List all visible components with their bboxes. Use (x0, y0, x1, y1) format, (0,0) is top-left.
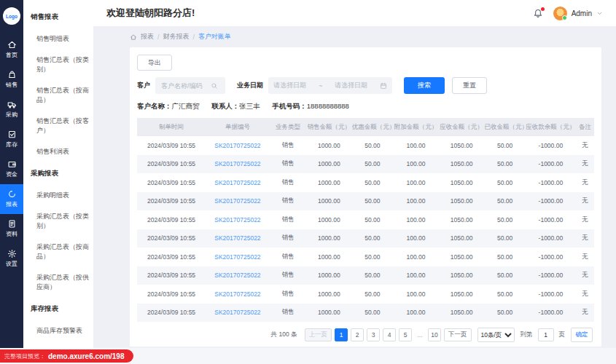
table-cell: 50.00 (484, 285, 525, 304)
sales-bag-icon (7, 70, 17, 79)
reset-button[interactable]: 重置 (452, 77, 487, 94)
document-number-link[interactable]: SK20170725022 (214, 272, 260, 279)
table-cell: 2024/03/09 10:55 (137, 229, 206, 248)
breadcrumb-item[interactable]: 报表 (141, 32, 154, 41)
table-cell: 销售 (270, 136, 306, 155)
menu-item[interactable]: 销售利润表 (23, 141, 93, 162)
menu-item[interactable]: 销售汇总表（按类别） (23, 50, 93, 80)
table-cell: -1000.00 (526, 210, 576, 229)
home-icon[interactable] (130, 33, 137, 41)
rail-item-label: 首页 (6, 51, 17, 59)
page-ellipsis: ... (415, 331, 425, 339)
breadcrumb: 报表/财务报表/客户对账单 (130, 32, 601, 41)
rail-item-设置[interactable]: 设置 (0, 244, 23, 274)
main-area: 欢迎登陆朝阳路分店! Admin (93, 0, 616, 348)
page-button-10[interactable]: 10 (428, 328, 441, 341)
menu-item[interactable]: 采购汇总表（按商品） (23, 237, 93, 267)
table-cell: 100.00 (393, 192, 439, 211)
menu-item[interactable]: 商品库存预警表 (23, 320, 93, 341)
menu-item[interactable]: 销售汇总表（按商品） (23, 80, 93, 111)
document-number-link[interactable]: SK20170725022 (214, 309, 260, 316)
phone-label: 手机号码： (272, 102, 307, 110)
page-button-5[interactable]: 5 (399, 328, 412, 341)
table-cell: 1000.00 (306, 173, 352, 192)
preview-badge[interactable]: 完整项目预览： demo.axure6.com/198 (0, 349, 133, 363)
rail-item-资料[interactable]: 资料 (0, 214, 23, 244)
customer-search-input[interactable] (155, 82, 211, 90)
document-number-link[interactable]: SK20170725022 (214, 253, 260, 261)
table-cell: 50.00 (484, 229, 525, 248)
total-count: 共 100 条 (271, 331, 297, 339)
page-button-1[interactable]: 1 (335, 328, 348, 341)
menu-item[interactable]: 采购明细表 (23, 185, 93, 206)
table-cell: -1000.00 (526, 266, 576, 285)
rail-item-采购[interactable]: 采购 (0, 95, 23, 124)
table-cell: 无 (576, 248, 594, 266)
document-number-link[interactable]: SK20170725022 (214, 290, 260, 298)
rail-item-资金[interactable]: 资金 (0, 154, 23, 184)
breadcrumb-separator: / (193, 33, 195, 41)
rail-item-库存[interactable]: 库存 (0, 124, 23, 154)
table-cell: 2024/03/09 10:55 (137, 173, 206, 192)
export-button[interactable]: 导出 (137, 55, 172, 71)
goto-suffix: 页 (559, 331, 566, 339)
column-header: 备注 (576, 118, 594, 136)
breadcrumb-item[interactable]: 客户对账单 (198, 32, 231, 41)
document-number-link[interactable]: SK20170725022 (214, 234, 260, 242)
document-number-link[interactable]: SK20170725022 (214, 160, 260, 167)
column-header: 应收款余额（元） (526, 118, 576, 136)
app-logo[interactable]: Logo (3, 7, 20, 25)
menu-item[interactable]: 采购汇总表（按类别） (23, 206, 93, 237)
table-cell: 无 (576, 136, 594, 155)
page-button-2[interactable]: 2 (351, 328, 364, 341)
menu-item[interactable]: 销售明细表 (23, 28, 93, 50)
search-button[interactable]: 搜索 (404, 77, 445, 94)
breadcrumb-item[interactable]: 财务报表 (163, 32, 190, 41)
table-cell: SK20170725022 (206, 229, 270, 248)
notification-bell-icon[interactable] (533, 8, 543, 19)
menu-section-title: 库存报表 (23, 298, 93, 320)
page-button-3[interactable]: 3 (367, 328, 380, 341)
table-cell: 销售 (270, 304, 306, 323)
table-cell: 50.00 (484, 304, 525, 323)
page-button-4[interactable]: 4 (383, 328, 396, 341)
table-cell: 无 (576, 304, 594, 323)
date-range-picker[interactable]: 请选择日期 ~ 请选择日期 (268, 77, 392, 94)
rail-item-label: 库存 (6, 141, 17, 149)
goto-page-input[interactable] (538, 328, 554, 341)
document-number-link[interactable]: SK20170725022 (214, 197, 260, 205)
prev-page-button[interactable]: 上一页 (305, 328, 332, 341)
table-row: 2024/03/09 10:55SK20170725022销售1000.0050… (137, 285, 594, 304)
table-cell: 50.00 (484, 210, 525, 229)
rail-item-label: 销售 (6, 81, 17, 89)
table-cell: 无 (576, 229, 594, 248)
page-size-select[interactable]: 10条/页 (477, 328, 515, 342)
table-cell: 2024/03/09 10:55 (137, 136, 206, 155)
table-row: 2024/03/09 10:55SK20170725022销售1000.0050… (137, 229, 594, 248)
rail-item-首页[interactable]: 首页 (0, 35, 23, 65)
statement-table: 制单时间单据编号业务类型销售金额（元）优惠金额（元）附加金额（元）应收金额（元）… (137, 118, 594, 322)
table-cell: -1000.00 (526, 229, 576, 248)
rail-item-销售[interactable]: 销售 (0, 65, 23, 95)
table-cell: 50.00 (484, 248, 525, 266)
customer-name-value: 广汇商贸 (172, 102, 200, 110)
data-file-icon (7, 219, 17, 229)
table-cell: 无 (576, 192, 594, 211)
menu-section-title: 销售报表 (23, 6, 93, 28)
table-row: 2024/03/09 10:55SK20170725022销售1000.0050… (137, 304, 594, 323)
menu-item[interactable]: 商品库存余额表 (23, 341, 93, 348)
document-number-link[interactable]: SK20170725022 (214, 216, 260, 223)
goto-confirm-button[interactable]: 确定 (571, 328, 593, 342)
table-cell: -1000.00 (526, 192, 576, 211)
document-number-link[interactable]: SK20170725022 (214, 179, 260, 186)
rail-item-报表[interactable]: 报表 (0, 184, 23, 214)
menu-item[interactable]: 销售汇总表（按客户） (23, 111, 93, 141)
table-cell: 1000.00 (306, 192, 352, 211)
rail-item-label: 报表 (6, 200, 17, 208)
avatar (553, 7, 567, 20)
next-page-button[interactable]: 下一页 (444, 328, 472, 341)
column-header: 单据编号 (206, 118, 270, 136)
document-number-link[interactable]: SK20170725022 (214, 142, 260, 149)
menu-item[interactable]: 采购汇总表（按供应商） (23, 267, 93, 298)
user-menu[interactable]: Admin (553, 7, 603, 20)
